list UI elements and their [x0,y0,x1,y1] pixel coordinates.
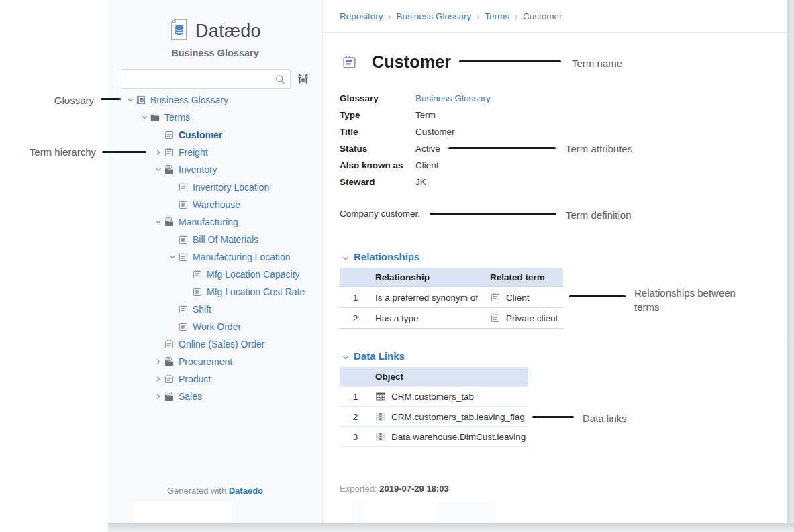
breadcrumb-repository[interactable]: Repository [340,11,383,21]
attributes-list: GlossaryBusiness GlossaryTypeTermTitleCu… [340,90,491,191]
term-folder-icon [164,217,175,227]
tree-item-warehouse[interactable]: Warehouse [108,196,322,213]
tree-item-inventory[interactable]: Inventory [108,161,322,178]
exported-label: Exported: [340,484,379,494]
attribute-label: Also known as [340,160,415,170]
attribute-row-type: TypeTerm [340,107,491,123]
annotation-line-term-hierarchy [102,151,146,153]
chevron-right-icon[interactable] [152,391,164,402]
annotation-line-glossary [101,98,121,100]
svg-text:B: B [140,97,144,103]
tree-item-label: Warehouse [193,196,240,213]
chevron-right-icon[interactable] [152,356,164,367]
annotation-line-term-definition [430,213,556,215]
term-icon [178,234,189,245]
attribute-value: Client [415,160,439,170]
generated-brand-link[interactable]: Dataedo [229,486,263,496]
attribute-row-title: TitleCustomer [340,123,491,140]
tree-item-label: Customer [179,126,222,144]
page-bottom-strip [108,523,794,532]
term-folder-icon [164,164,175,175]
chevron-spacer [166,304,178,315]
tree-item-procurement[interactable]: Procurement [108,353,322,370]
tree-item-shift[interactable]: Shift [108,301,322,318]
page: Datædo Business Glossary [0,0,794,532]
tree-item-sales[interactable]: Sales [108,388,322,405]
related-term-label: Private client [506,313,558,323]
attribute-value: Customer [415,127,455,137]
column-header-relationship: Relationship [371,272,486,282]
breadcrumb: Repository›Business Glossary›Terms›Custo… [340,11,562,21]
attribute-value-link[interactable]: Business Glossary [415,93,491,103]
tree-item-label: Work Order [193,318,241,335]
dataedo-document-icon [169,18,189,44]
tree-item-business-glossary[interactable]: BBusiness Glossary [108,91,322,109]
tree-item-manufacturing[interactable]: Manufacturing [108,213,322,231]
search-icon[interactable] [275,74,286,85]
object-cell[interactable]: CRM.customers_tab [371,391,528,402]
tree-item-terms[interactable]: Terms [108,109,322,126]
sidebar-footer-block [134,502,232,523]
folder-icon [150,112,160,123]
annotation-line-term-name [459,60,561,62]
breadcrumb-terms[interactable]: Terms [485,11,509,21]
breadcrumb-customer: Customer [523,11,562,21]
chevron-right-icon[interactable] [152,374,164,384]
column-icon [375,411,386,422]
column-header-related-term: Related term [486,272,563,282]
data-link-row-1[interactable]: 1CRM.customers_tab [340,386,528,406]
annotation-relationships: Relationships between terms [634,286,750,314]
chevron-down-icon[interactable] [152,217,164,227]
relationship-cell: Has a type [371,313,486,323]
filter-icon[interactable] [297,73,309,85]
tree-item-customer[interactable]: Customer [108,126,322,144]
attribute-label: Title [340,127,415,137]
tree-item-product[interactable]: Product [108,370,322,388]
relationships-section-header[interactable]: Relationships [342,251,419,262]
generated-with: Generated with Dataedo [108,486,322,496]
column-header-object: Object [371,372,528,382]
tree-item-online-sales-order[interactable]: Online (Sales) Order [108,335,322,353]
exported-value: 2019-07-29 18:03 [379,484,448,494]
breadcrumb-business-glossary[interactable]: Business Glossary [397,11,472,21]
chevron-right-icon[interactable] [152,147,164,158]
attribute-value: Active [415,144,440,154]
tree-item-bill-of-materials[interactable]: Bill Of Materials [108,231,322,248]
chevron-spacer [181,269,192,280]
tree-item-mfg-location-capacity[interactable]: Mfg Location Capacity [108,266,322,283]
chevron-spacer [181,286,192,297]
chevron-down-icon[interactable] [124,95,136,105]
data-link-row-3[interactable]: 3Data warehouse.DimCust.leaving [340,426,528,446]
main-content: Repository›Business Glossary›Terms›Custo… [324,0,787,524]
tree-item-manufacturing-location[interactable]: Manufacturing Location [108,248,322,266]
annotation-line-relationships [569,295,626,297]
related-term-cell[interactable]: Client [486,292,563,303]
relationship-row-2[interactable]: 2Has a typePrivate client [340,307,563,328]
tree-item-inventory-location[interactable]: Inventory Location [108,178,322,196]
row-number: 2 [340,313,371,323]
term-icon [178,252,189,262]
attribute-value: JK [415,177,426,187]
tree-item-label: Terms [164,109,190,126]
glossary-icon: B [136,95,146,105]
term-icon [490,313,501,323]
object-cell[interactable]: CRM.customers_tab.leaving_flag [371,411,528,422]
tree-item-label: Online (Sales) Order [179,335,264,353]
data-link-row-2[interactable]: 2CRM.customers_tab.leaving_flag [340,406,528,426]
annotation-glossary: Glossary [27,93,94,107]
relationship-row-1[interactable]: 1Is a preferred synonym ofClient [340,286,563,307]
search-input[interactable] [121,70,290,88]
chevron-down-icon[interactable] [166,252,178,262]
tree-item-mfg-location-cost-rate[interactable]: Mfg Location Cost Rate [108,283,322,301]
tree-item-label: Mfg Location Capacity [207,266,300,283]
tree-item-work-order[interactable]: Work Order [108,318,322,335]
relationship-cell: Is a preferred synonym of [371,292,486,303]
annotation-term-hierarchy: Term hierarchy [18,145,96,159]
chevron-down-icon[interactable] [138,112,150,123]
related-term-cell[interactable]: Private client [486,313,563,323]
chevron-down-icon[interactable] [152,164,164,175]
object-label: CRM.customers_tab.leaving_flag [391,412,525,422]
term-icon [178,321,189,332]
data-links-section-header[interactable]: Data Links [342,350,405,362]
object-cell[interactable]: Data warehouse.DimCust.leaving [371,431,528,442]
